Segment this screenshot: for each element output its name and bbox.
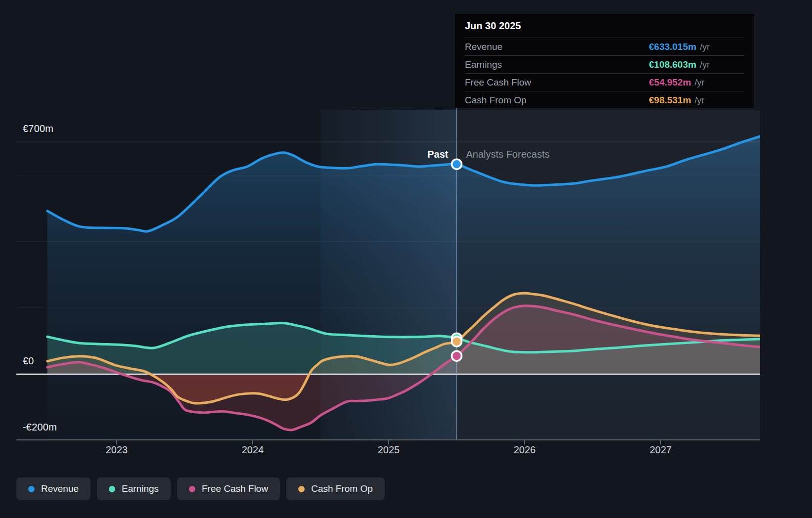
financials-forecast-chart: €700m €0 -€200m 2023 2024 2025 2026 2027… <box>0 0 812 518</box>
revenue-dot-icon <box>28 486 35 492</box>
tooltip-cashop-label: Cash From Op <box>465 95 527 106</box>
tooltip-earnings-suffix: /yr <box>700 60 710 70</box>
fcf-divider-marker <box>452 351 462 361</box>
cash-from-op-dot-icon <box>298 486 305 492</box>
hover-tooltip: Jun 30 2025 Revenue €633.015m /yr Earnin… <box>455 14 754 108</box>
tooltip-row-cashop: Cash From Op €98.531m /yr <box>465 91 744 109</box>
tooltip-revenue-value: €633.015m <box>649 42 696 52</box>
legend-free-cash-flow-label: Free Cash Flow <box>202 483 268 494</box>
x-axis-label-2025: 2025 <box>366 444 411 456</box>
tooltip-revenue-suffix: /yr <box>700 42 710 52</box>
plot-area <box>16 110 760 440</box>
tooltip-fcf-suffix: /yr <box>695 78 705 88</box>
y-axis-label-0: €0 <box>23 355 34 367</box>
legend-revenue-label: Revenue <box>41 483 79 494</box>
tooltip-date-title: Jun 30 2025 <box>465 14 744 38</box>
legend-chip-cash-from-op[interactable]: Cash From Op <box>286 477 385 500</box>
y-axis-label-neg200m: -€200m <box>23 422 57 433</box>
earnings-dot-icon <box>109 486 115 492</box>
x-axis-label-2024: 2024 <box>230 444 275 456</box>
tooltip-cashop-suffix: /yr <box>695 95 705 106</box>
legend-earnings-label: Earnings <box>122 483 159 494</box>
past-label: Past <box>427 149 448 160</box>
free-cash-flow-dot-icon <box>189 486 195 492</box>
x-axis-label-2026: 2026 <box>502 444 547 456</box>
cashop-divider-marker <box>452 337 462 346</box>
legend-chip-free-cash-flow[interactable]: Free Cash Flow <box>177 477 280 500</box>
revenue-divider-marker <box>452 159 462 169</box>
tooltip-row-earnings: Earnings €108.603m /yr <box>465 55 744 73</box>
tooltip-fcf-label: Free Cash Flow <box>465 77 531 88</box>
tooltip-fcf-value: €54.952m <box>649 77 691 88</box>
tooltip-row-revenue: Revenue €633.015m /yr <box>465 38 744 55</box>
tooltip-row-fcf: Free Cash Flow €54.952m /yr <box>465 73 744 91</box>
tooltip-revenue-label: Revenue <box>465 42 502 52</box>
analysts-forecasts-label: Analysts Forecasts <box>466 149 550 160</box>
tooltip-earnings-value: €108.603m <box>649 59 696 70</box>
x-axis-label-2027: 2027 <box>638 444 683 456</box>
chart-legend: Revenue Earnings Free Cash Flow Cash Fro… <box>16 477 385 500</box>
legend-cash-from-op-label: Cash From Op <box>311 483 373 494</box>
tooltip-earnings-label: Earnings <box>465 59 502 70</box>
legend-chip-earnings[interactable]: Earnings <box>97 477 171 500</box>
y-axis-label-700m: €700m <box>23 123 53 134</box>
legend-chip-revenue[interactable]: Revenue <box>16 477 90 500</box>
tooltip-cashop-value: €98.531m <box>649 95 691 106</box>
x-axis-label-2023: 2023 <box>94 444 139 456</box>
